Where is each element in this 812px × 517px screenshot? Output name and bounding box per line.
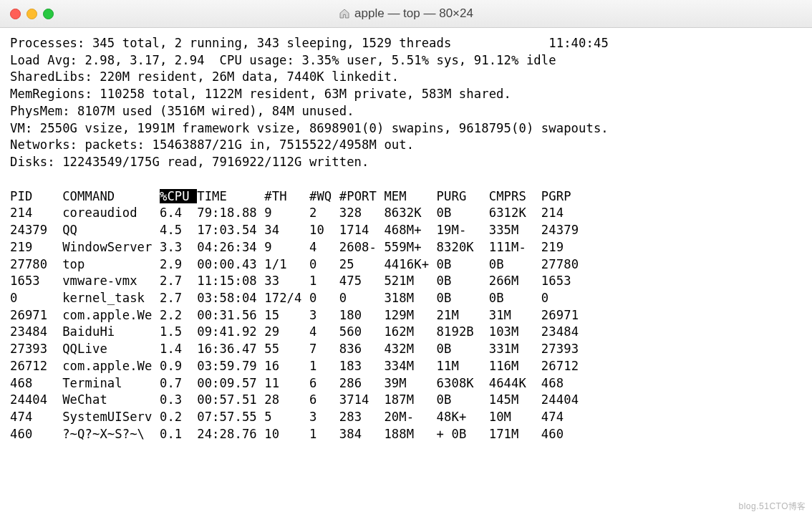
cell-PGRP: 460 bbox=[541, 427, 586, 441]
cell-PURG: 6308K bbox=[437, 376, 489, 390]
cell-PURG: 8192B bbox=[437, 324, 489, 339]
cell-#WQ: 1 bbox=[309, 359, 339, 373]
cell-PID: 0 bbox=[10, 291, 62, 305]
blank-line bbox=[10, 171, 802, 188]
cell-PID: 24379 bbox=[10, 223, 62, 237]
cell-#WQ: 4 bbox=[309, 240, 339, 254]
cell-CMPRS: 111M- bbox=[489, 240, 541, 254]
cell-PID: 27780 bbox=[10, 257, 62, 271]
cell-PURG: 0B bbox=[437, 274, 489, 288]
spacer bbox=[451, 36, 548, 50]
cell-#TH: 172/4 bbox=[264, 291, 309, 305]
col-header-COMMAND: COMMAND bbox=[62, 189, 160, 203]
cell-%CPU: 0.2 bbox=[160, 410, 197, 424]
process-row: 214 coreaudiod 6.4 79:18.88 9 2 328 8632… bbox=[10, 205, 802, 222]
cell-%CPU: 2.7 bbox=[160, 291, 197, 305]
process-row: 26971 com.apple.We 2.2 00:31.56 15 3 180… bbox=[10, 307, 802, 324]
summary-disks: Disks: 12243549/175G read, 7916922/112G … bbox=[10, 155, 369, 169]
cell-TIME: 00:31.56 bbox=[197, 308, 264, 322]
zoom-button[interactable] bbox=[43, 9, 54, 19]
cell-TIME: 04:26:34 bbox=[197, 240, 264, 254]
cell-#PORT: 384 bbox=[339, 427, 385, 441]
cell-#PORT: 836 bbox=[339, 342, 385, 356]
summary-line-vm: VM: 2550G vsize, 1991M framework vsize, … bbox=[10, 120, 802, 137]
col-header-#PORT: #PORT bbox=[339, 189, 385, 203]
cell-%CPU: 6.4 bbox=[160, 206, 197, 220]
cell-%CPU: 0.1 bbox=[160, 427, 197, 441]
cell-#TH: 15 bbox=[264, 308, 309, 322]
cell-PURG: 48K+ bbox=[437, 410, 489, 424]
cell-PURG: 0B bbox=[437, 257, 489, 271]
cell-#WQ: 4 bbox=[309, 324, 339, 339]
cell-CMPRS: 31M bbox=[489, 308, 541, 322]
cell-MEM: 559M+ bbox=[384, 240, 436, 254]
window-title-text: apple — top — 80×24 bbox=[354, 6, 473, 21]
summary-line-loadavg: Load Avg: 2.98, 3.17, 2.94 CPU usage: 3.… bbox=[10, 52, 802, 69]
cell-CMPRS: 145M bbox=[489, 392, 541, 407]
cell-#TH: 9 bbox=[264, 206, 309, 220]
process-row: 23484 BaiduHi 1.5 09:41.92 29 4 560 162M… bbox=[10, 324, 802, 341]
cell-MEM: 468M+ bbox=[384, 223, 436, 237]
cell-#PORT: 286 bbox=[339, 376, 385, 390]
cell-#WQ: 0 bbox=[309, 257, 339, 271]
cell-#WQ: 7 bbox=[309, 342, 339, 356]
cell-%CPU: 4.5 bbox=[160, 223, 197, 237]
cell-COMMAND: top bbox=[62, 257, 160, 271]
cell-PGRP: 219 bbox=[541, 240, 586, 254]
cell-PID: 219 bbox=[10, 240, 62, 254]
cell-CMPRS: 0B bbox=[489, 291, 541, 305]
summary-networks: Networks: packets: 15463887/21G in, 7515… bbox=[10, 137, 414, 152]
cell-MEM: 4416K+ bbox=[384, 257, 436, 271]
col-header-PID: PID bbox=[10, 189, 62, 203]
cell-%CPU: 1.5 bbox=[160, 324, 197, 339]
col-header-#TH: #TH bbox=[264, 189, 309, 203]
col-header-PGRP: PGRP bbox=[541, 189, 586, 203]
cell-MEM: 8632K bbox=[384, 206, 436, 220]
cell-CMPRS: 0B bbox=[489, 257, 541, 271]
cell-#PORT: 25 bbox=[339, 257, 385, 271]
cell-#TH: 9 bbox=[264, 240, 309, 254]
cell-CMPRS: 116M bbox=[489, 359, 541, 373]
cell-%CPU: 3.3 bbox=[160, 240, 197, 254]
cell-PGRP: 24379 bbox=[541, 223, 586, 237]
cell-#PORT: 180 bbox=[339, 308, 385, 322]
cell-#WQ: 0 bbox=[309, 291, 339, 305]
cell-#WQ: 2 bbox=[309, 206, 339, 220]
summary-line-disks: Disks: 12243549/175G read, 7916922/112G … bbox=[10, 154, 802, 171]
cell-PID: 23484 bbox=[10, 324, 62, 339]
cell-TIME: 24:28.76 bbox=[197, 427, 264, 441]
cell-PID: 27393 bbox=[10, 342, 62, 356]
cell-TIME: 07:57.55 bbox=[197, 410, 264, 424]
cell-PGRP: 468 bbox=[541, 376, 586, 390]
cell-PGRP: 27393 bbox=[541, 342, 586, 356]
cell-#PORT: 3714 bbox=[339, 392, 385, 407]
cell-#PORT: 183 bbox=[339, 359, 385, 373]
cell-%CPU: 0.9 bbox=[160, 359, 197, 373]
cell-PURG: 19M- bbox=[437, 223, 489, 237]
process-row: 27393 QQLive 1.4 16:36.47 55 7 836 432M … bbox=[10, 341, 802, 358]
cell-MEM: 432M bbox=[384, 342, 436, 356]
cell-MEM: 129M bbox=[384, 308, 436, 322]
process-row: 468 Terminal 0.7 00:09.57 11 6 286 39M 6… bbox=[10, 375, 802, 392]
process-row: 0 kernel_task 2.7 03:58:04 172/4 0 0 318… bbox=[10, 290, 802, 307]
terminal-output[interactable]: Processes: 345 total, 2 running, 343 sle… bbox=[0, 28, 812, 443]
minimize-button[interactable] bbox=[26, 9, 37, 19]
cell-TIME: 11:15:08 bbox=[197, 274, 264, 288]
cell-PURG: 21M bbox=[437, 308, 489, 322]
cell-MEM: 318M bbox=[384, 291, 436, 305]
summary-line-physmem: PhysMem: 8107M used (3516M wired), 84M u… bbox=[10, 103, 802, 120]
process-row: 474 SystemUIServ 0.2 07:57.55 5 3 283 20… bbox=[10, 409, 802, 426]
cell-MEM: 521M bbox=[384, 274, 436, 288]
cell-PGRP: 474 bbox=[541, 410, 586, 424]
summary-processes: Processes: 345 total, 2 running, 343 sle… bbox=[10, 36, 451, 50]
cell-PGRP: 24404 bbox=[541, 392, 586, 407]
cell-#PORT: 0 bbox=[339, 291, 385, 305]
cell-COMMAND: SystemUIServ bbox=[62, 410, 160, 424]
cell-#WQ: 3 bbox=[309, 308, 339, 322]
summary-vm: VM: 2550G vsize, 1991M framework vsize, … bbox=[10, 121, 609, 135]
cell-TIME: 17:03.54 bbox=[197, 223, 264, 237]
cell-CMPRS: 335M bbox=[489, 223, 541, 237]
cell-#PORT: 283 bbox=[339, 410, 385, 424]
close-button[interactable] bbox=[10, 9, 21, 19]
cell-PGRP: 27780 bbox=[541, 257, 586, 271]
